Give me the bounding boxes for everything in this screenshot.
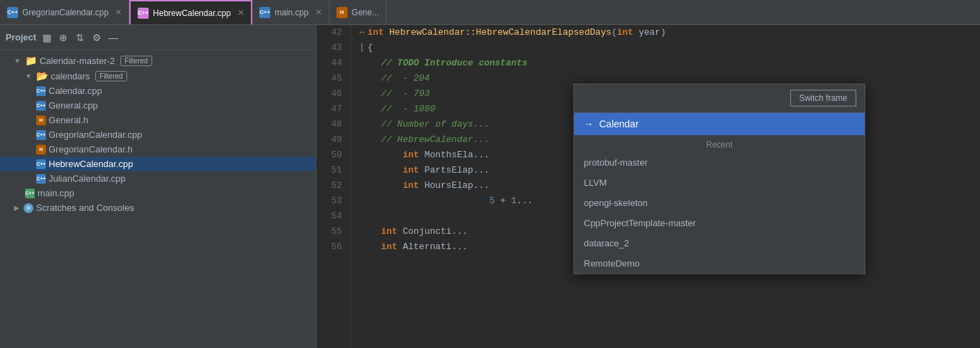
filtered-badge: Filtered [120,56,152,66]
dropdown-item-3[interactable]: CppProjectTemplate-master [574,213,865,233]
tree-general-cpp[interactable]: C++ General.cpp [0,98,316,113]
tab-main-label: main.cpp [275,8,309,17]
gregorian-cpp-label: GregorianCalendar.cpp [49,129,142,140]
main-file-icon: C++ [25,189,35,198]
tab-gregorian-label: GregorianCalendar.cpp [22,8,108,17]
tab-hebrew-close[interactable]: ✕ [238,8,244,17]
tree-calendar-cpp[interactable]: C++ Calendar.cpp [0,84,316,98]
cpp-file-icon-2: C++ [36,101,46,111]
switch-frame-button[interactable]: Switch frame [790,90,856,106]
tab-hebrew[interactable]: C++ HebrewCalendar.cpp ✕ [129,0,252,24]
tab-general-label: Gene... [352,8,379,17]
sidebar-tree: ▼ 📁 Calendar-master-2 Filtered ▼ 📂 calen… [0,50,316,348]
tree-main-cpp[interactable]: C++ main.cpp [0,186,316,200]
general-h-label: General.h [49,115,88,125]
cpp-icon: C++ [7,7,18,18]
dropdown-item-3-label: CppProjectTemplate-master [584,218,696,228]
dropdown-item-2[interactable]: opengl-skeleton [574,193,865,213]
cpp-file-icon: C++ [36,86,46,96]
cpp-file-icon-5: C++ [36,174,46,184]
tab-main-close[interactable]: ✕ [316,8,322,17]
dropdown-item-0[interactable]: protobuf-master [574,152,865,173]
dropdown-item-1[interactable]: LLVM [574,173,865,193]
cpp-file-icon-4: C++ [36,159,46,169]
tree-julian-cpp[interactable]: C++ JulianCalendar.cpp [0,171,316,186]
calendars-label: calendars [51,71,90,81]
switch-frame-dropdown: Switch frame → Calendar Recent protobuf-… [573,84,865,274]
arrow-right-icon: → [584,118,594,129]
layout-icon[interactable]: ▦ [40,31,53,44]
add-icon[interactable]: ⊕ [57,31,70,44]
tab-general[interactable]: H Gene... [329,0,386,24]
dropdown-active-item[interactable]: → Calendar [574,113,865,135]
dropdown-item-5[interactable]: RemoteDemo [574,253,865,274]
scratch-icon: ⊙ [24,203,33,213]
tree-gregorian-cpp[interactable]: C++ GregorianCalendar.cpp [0,127,316,142]
julian-cpp-label: JulianCalendar.cpp [49,173,126,184]
gregorian-h-label: GregorianCalendar.h [49,144,133,155]
code-line-43: ⌊ { [359,40,972,56]
dropdown-recent-label: Recent [574,135,865,152]
dropdown-item-0-label: protobuf-master [584,157,648,168]
folder-icon: 📁 [25,55,37,66]
editor: 42 43 44 45 46 47 48 49 50 51 52 53 54 5… [316,25,980,348]
tree-root[interactable]: ▼ 📁 Calendar-master-2 Filtered [0,53,316,68]
line-numbers: 42 43 44 45 46 47 48 49 50 51 52 53 54 5… [316,25,351,348]
active-item-label: Calendar [599,118,639,129]
h-icon: H [336,7,348,18]
tree-gregorian-h[interactable]: H GregorianCalendar.h [0,142,316,157]
chevron-right-icon: ▶ [14,204,19,212]
filter-icon[interactable]: ⇅ [74,31,86,44]
sidebar-toolbar: Project ▦ ⊕ ⇅ ⚙ — [0,25,316,50]
dropdown-item-4-label: datarace_2 [584,238,629,248]
h-file-icon-2: H [36,145,46,155]
dropdown-item-2-label: opengl-skeleton [584,198,648,208]
calendars-filtered-badge: Filtered [95,71,126,81]
dropdown-item-1-label: LLVM [584,177,607,188]
settings-icon[interactable]: ⚙ [90,31,103,44]
tab-main[interactable]: C++ main.cpp ✕ [252,0,329,24]
minimize-icon[interactable]: — [107,31,120,44]
dropdown-item-5-label: RemoteDemo [584,258,639,269]
cpp-file-icon-3: C++ [36,130,46,140]
dropdown-item-4[interactable]: datarace_2 [574,233,865,253]
tab-gregorian[interactable]: C++ GregorianCalendar.cpp ✕ [0,0,129,24]
root-name: Calendar-master-2 [40,56,115,66]
code-line-44: // TODO Introduce constants [359,56,972,71]
code-line-42: ↔ int HebrewCalendar::HebrewCalendarElap… [359,25,972,40]
cpp-pink-icon: C++ [138,8,149,19]
chevron-down-icon-calendars: ▼ [25,72,32,80]
sidebar: Project ▦ ⊕ ⇅ ⚙ — ▼ 📁 Calendar-master-2 … [0,25,316,348]
tree-calendars[interactable]: ▼ 📂 calendars Filtered [0,68,316,84]
h-file-icon: H [36,116,46,125]
calendar-cpp-label: Calendar.cpp [49,86,102,96]
sidebar-title: Project [6,32,36,42]
tab-hebrew-label: HebrewCalendar.cpp [153,8,231,18]
tab-bar: C++ GregorianCalendar.cpp ✕ C++ HebrewCa… [0,0,980,25]
dropdown-header: Switch frame [574,84,865,113]
main-cpp-label: main.cpp [38,188,74,198]
folder-open-icon: 📂 [36,70,48,81]
scratches-label: Scratches and Consoles [36,203,134,213]
tab-gregorian-close[interactable]: ✕ [115,8,122,17]
main-content: Project ▦ ⊕ ⇅ ⚙ — ▼ 📁 Calendar-master-2 … [0,25,980,348]
hebrew-cpp-label: HebrewCalendar.cpp [49,159,133,169]
chevron-down-icon: ▼ [14,57,21,65]
general-cpp-label: General.cpp [49,100,98,111]
tree-general-h[interactable]: H General.h [0,113,316,127]
tree-scratches[interactable]: ▶ ⊙ Scratches and Consoles [0,200,316,215]
tree-hebrew-cpp[interactable]: C++ HebrewCalendar.cpp [0,157,316,171]
cpp-icon-main: C++ [259,7,270,18]
